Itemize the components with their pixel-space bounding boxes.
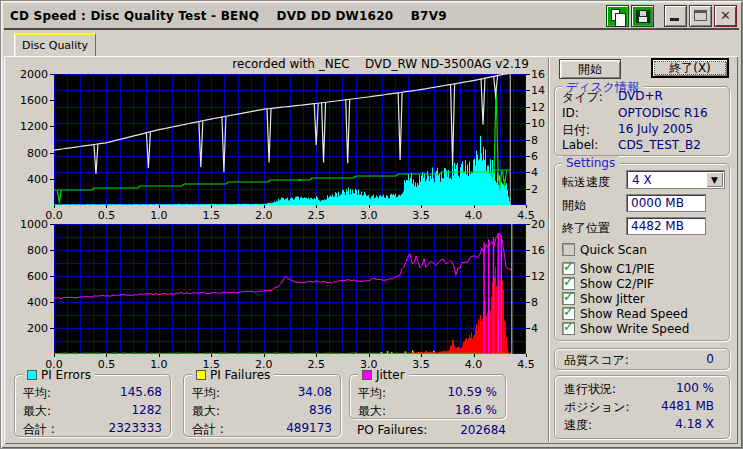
save-icon [636,10,650,23]
axis-tick [526,250,530,251]
quality-score-value: 0 [624,352,714,366]
window-title: CD Speed : Disc Quality Test - BENQ DVD … [4,9,447,23]
pi-failures-swatch [196,370,206,380]
top-x-tick-label: 4.0 [459,209,489,222]
speed-select[interactable]: 4 X ▼ [626,170,725,189]
bottom-right-tick-label: 12 [531,270,555,283]
bottom-x-tick-label: 2.5 [301,358,331,371]
axis-tick [50,126,54,127]
axis-tick [50,276,54,277]
check-icon: ✓ [563,305,574,319]
bottom-right-tick-label: 4 [531,322,555,335]
close-button[interactable]: ✕ [714,5,737,27]
pi-failures-panel: PI Failures 平均: 34.08 最大: 836 合計 : 48917… [183,374,341,437]
copy-icon [611,9,620,21]
axis-tick [106,205,107,208]
bottom-x-tick-label: 0.5 [91,358,121,371]
save-button[interactable] [631,5,654,27]
pi-errors-total-label: 合計 : [23,421,55,438]
maximize-button[interactable] [689,5,712,27]
bottom-left-tick-label: 600 [8,270,48,283]
axis-tick [526,90,530,91]
quick-scan-checkbox[interactable] [562,243,575,256]
axis-tick [526,189,530,190]
top-left-tick-label: 400 [8,173,48,186]
start-button[interactable]: 開始 [559,59,621,79]
minimize-button[interactable] [664,5,687,27]
end-position-field[interactable]: 4482 MB [626,217,706,235]
pi-errors-swatch [27,370,37,380]
axis-tick [50,153,54,154]
axis-tick [526,224,530,225]
pi-errors-max-value: 1282 [72,403,162,417]
bottom-right-tick-label: 20 [531,218,555,231]
axis-tick [421,205,422,208]
axis-tick [526,172,530,173]
recorded-with-label: recorded with _NEC DVD_RW ND-3500AG v2.1… [4,57,529,71]
tab-disc-quality[interactable]: Disc Quality [14,33,96,56]
top-right-tick-label: 2 [531,183,555,196]
pi-errors-panel-title: PI Errors [23,368,95,382]
disc-quality-page: recorded with _NEC DVD_RW ND-3500AG v2.1… [4,56,738,444]
jitter-panel-title: Jitter [358,368,409,382]
show-c1-pie-label: Show C1/PIE [580,262,655,276]
axis-tick [106,354,107,357]
bottom-left-tick-label: 400 [8,296,48,309]
show-write-speed-checkbox[interactable]: ✓ [562,322,575,335]
show-c2-pif-label: Show C2/PIF [580,277,654,291]
top-x-tick-label: 2.5 [301,209,331,222]
focus-rect [654,61,726,75]
disc-date-value: 16 July 2005 [618,122,693,136]
axis-tick [54,354,55,357]
axis-tick [526,276,530,277]
jitter-max-value: 18.6 % [407,403,497,417]
axis-tick [264,205,265,208]
quality-score-label: 品質スコア: [564,352,629,369]
chevron-down-icon[interactable]: ▼ [706,172,723,187]
disc-id-label: ID: [562,106,579,120]
axis-tick [369,354,370,357]
axis-tick [50,250,54,251]
bottom-x-tick-label: 4.0 [459,358,489,371]
axis-tick [526,74,530,75]
end-pos-label: 終了位置 [562,220,610,237]
pi-errors-panel: PI Errors 平均: 145.68 最大: 1282 合計 : 23233… [14,374,171,437]
pi-errors-title-text: PI Errors [41,368,91,382]
jitter-swatch [362,370,372,380]
check-icon: ✓ [563,290,574,304]
top-x-tick-label: 2.0 [249,209,279,222]
pi-failures-avg-value: 34.08 [242,385,332,399]
jitter-max-label: 最大: [358,403,386,420]
axis-tick [526,156,530,157]
axis-tick [526,123,530,124]
top-x-tick-label: 1.0 [144,209,174,222]
titlebar: CD Speed : Disc Quality Test - BENQ DVD … [4,4,739,30]
axis-tick [421,354,422,357]
axis-tick [526,354,527,357]
axis-tick [526,140,530,141]
bottom-right-tick-label: 8 [531,296,555,309]
pi-errors-avg-label: 平均: [23,385,51,402]
show-jitter-label: Show Jitter [580,292,645,306]
pi-errors-avg-value: 145.68 [72,385,162,399]
progress-value: 100 % [624,381,714,395]
axis-tick [50,328,54,329]
maximize-icon [694,10,707,21]
start-position-field[interactable]: 0000 MB [626,194,706,212]
top-x-tick-label: 3.5 [406,209,436,222]
axis-tick [369,205,370,208]
pi-errors-max-label: 最大: [23,403,51,420]
pi-failures-panel-title: PI Failures [192,368,274,382]
copy-button[interactable] [606,5,629,27]
top-left-tick-label: 2000 [8,68,48,81]
exit-button[interactable]: 終了(X) [651,58,729,78]
axis-tick [54,205,55,208]
disc-date-label: 日付: [562,122,590,139]
check-icon: ✓ [563,320,574,334]
disc-type-value: DVD+R [618,89,663,103]
tab-strip: Disc Quality [4,32,739,56]
axis-tick [211,354,212,357]
check-icon: ✓ [563,260,574,274]
titlebar-buttons: ✕ [604,5,737,27]
axis-tick [50,302,54,303]
